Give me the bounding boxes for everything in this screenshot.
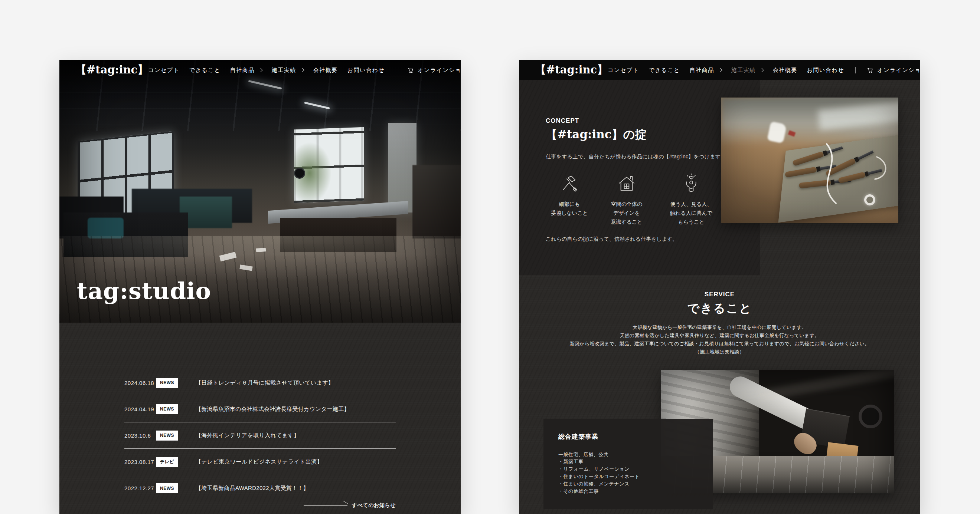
chevron-right-icon	[759, 68, 764, 72]
business-item: ・住まいのトータルコーディネート	[558, 473, 713, 480]
online-shop-link[interactable]: オンラインショップ	[867, 67, 920, 74]
nav-label: お問い合わせ	[347, 67, 385, 74]
arrow-right-icon	[304, 506, 347, 506]
news-row[interactable]: 2024.06.18 NEWS 【日経トレンディ６月号に掲載させて頂いています】	[124, 370, 396, 396]
nav-label: コンセプト	[148, 67, 179, 74]
site-logo[interactable]: 【#tag:inc】	[535, 63, 608, 78]
desktop-background: tag:studio 【#tag:inc】 コンセプト できること 自社商品 施…	[0, 0, 980, 514]
nav-products[interactable]: 自社商品	[230, 67, 262, 74]
nav-products[interactable]: 自社商品	[690, 67, 722, 74]
online-shop-label: オンラインショップ	[877, 67, 920, 74]
nav-label: できること	[649, 67, 680, 74]
concept-title: 【#tag:inc】の掟	[546, 127, 646, 143]
news-title: 【日経トレンディ６月号に掲載させて頂いています】	[196, 379, 334, 386]
news-row[interactable]: 2023.08.17 テレビ 【テレビ東京ワールドビジネスサテライト出演】	[124, 449, 396, 475]
nav-divider	[396, 67, 396, 73]
concept-title-tag: 【#tag:inc】	[546, 128, 623, 141]
nav-company[interactable]: 会社概要	[313, 67, 338, 74]
all-news-link[interactable]: すべてのお知らせ	[304, 502, 396, 509]
service-line: 新築から増改築まで、製品、建築工事についてのご相談・お見積りは無料にて承っており…	[534, 340, 905, 348]
delight-icon	[681, 173, 702, 194]
nav-label: できること	[189, 67, 221, 74]
nav-label: 自社商品	[230, 67, 255, 74]
nav-company[interactable]: 会社概要	[773, 67, 797, 74]
news-title: 【海外風インテリアを取り入れてます】	[196, 432, 299, 439]
nav-label: 会社概要	[773, 67, 797, 74]
news-category-badge: NEWS	[156, 404, 178, 414]
business-title: 総合建築事業	[558, 432, 713, 441]
news-section: 2024.06.18 NEWS 【日経トレンディ６月号に掲載させて頂いています】…	[124, 370, 396, 501]
site-logo[interactable]: 【#tag:inc】	[76, 63, 148, 78]
nav-concept[interactable]: コンセプト	[608, 67, 639, 74]
news-title: 【埼玉県新商品AWARD2022大賞受賞！！】	[196, 485, 309, 492]
news-category-badge: NEWS	[156, 431, 178, 441]
news-row[interactable]: 2023.10.6 NEWS 【海外風インテリアを取り入れてます】	[124, 422, 396, 449]
concept-closing: これらの自らの掟に沿って、信頼される仕事をします。	[546, 236, 678, 243]
business-info-box: 総合建築事業 一般住宅、店舗、公共 ・新築工事 ・リフォーム、リノベーション ・…	[544, 419, 713, 509]
nav-contact[interactable]: お問い合わせ	[807, 67, 844, 74]
news-date: 2022.12.27	[124, 485, 156, 491]
online-shop-label: オンラインショップ	[418, 67, 461, 74]
chevron-right-icon	[718, 68, 722, 72]
online-shop-link[interactable]: オンラインショップ	[407, 67, 461, 74]
service-title: できること	[534, 300, 905, 317]
site-header: 【#tag:inc】 コンセプト できること 自社商品 施工実績 会社概要 お問…	[59, 60, 461, 80]
nav-works-current[interactable]: 施工実績	[731, 67, 763, 74]
nav-label: 施工実績	[731, 67, 756, 74]
nav-label: お問い合わせ	[807, 67, 844, 74]
cart-icon	[867, 67, 874, 74]
house-icon	[616, 173, 637, 194]
nav-label: 施工実績	[272, 67, 296, 74]
principle-detail: 細部にも 妥協しないこと	[546, 173, 593, 226]
service-line: 大規模な建物から一般住宅の建築事業を、自社工場を中心に展開しています。	[534, 324, 905, 332]
nav-divider	[855, 67, 856, 73]
news-title: 【テレビ東京ワールドビジネスサテライト出演】	[196, 458, 323, 465]
business-item: ・その他総合工事	[558, 488, 713, 495]
concept-page-mockup: 【#tag:inc】 コンセプト できること 自社商品 施工実績 会社概要 お問…	[519, 60, 920, 514]
news-category-badge: NEWS	[156, 483, 178, 493]
home-page-mockup: tag:studio 【#tag:inc】 コンセプト できること 自社商品 施…	[59, 60, 461, 514]
site-header: 【#tag:inc】 コンセプト できること 自社商品 施工実績 会社概要 お問…	[519, 60, 920, 80]
chevron-right-icon	[258, 68, 262, 72]
chevron-right-icon	[300, 68, 304, 72]
business-item: ・新築工事	[558, 458, 713, 465]
nav-label: 自社商品	[690, 67, 714, 74]
nav-contact[interactable]: お問い合わせ	[347, 67, 385, 74]
photo-vignette	[721, 98, 898, 223]
hero-title: tag:studio	[77, 278, 211, 305]
concept-principles: 細部にも 妥協しないこと	[546, 173, 722, 226]
nav-services[interactable]: できること	[189, 67, 221, 74]
main-nav: コンセプト できること 自社商品 施工実績 会社概要 お問い合わせ オンラインシ…	[148, 67, 461, 74]
news-date: 2024.04.19	[124, 406, 156, 412]
news-category-badge: NEWS	[156, 378, 178, 388]
concept-label: CONCEPT	[546, 117, 579, 125]
cart-icon	[407, 67, 414, 74]
principle-caption: 細部にも 妥協しないこと	[551, 200, 588, 217]
delight-icon-group: 使う人、見る人、 触れる人に喜んで もらうこと	[660, 173, 722, 226]
news-category-badge: テレビ	[156, 457, 178, 467]
principle-caption: 使う人、見る人、 触れる人に喜んで もらうこと	[670, 200, 712, 226]
tools-icon	[559, 173, 580, 194]
principle-caption: 空間の全体の デザインを 意識すること	[611, 200, 642, 226]
business-item: ・住まいの補修、メンテナンス	[558, 480, 713, 488]
news-date: 2023.10.6	[124, 432, 156, 439]
all-news-label: すべてのお知らせ	[352, 502, 396, 509]
news-title: 【新潟県魚沼市の会社株式会社諸長様受付カウンター施工】	[196, 406, 350, 413]
business-item: ・リフォーム、リノベーション	[558, 465, 713, 473]
news-row[interactable]: 2024.04.19 NEWS 【新潟県魚沼市の会社株式会社諸長様受付カウンター…	[124, 396, 396, 422]
business-intro: 一般住宅、店舗、公共	[558, 451, 713, 458]
workbench-photo	[721, 98, 898, 223]
nav-label: コンセプト	[608, 67, 639, 74]
news-date: 2024.06.18	[124, 380, 156, 386]
concept-lead: 仕事をする上で、自分たちが携わる作品には魂の【#tag:inc】をつけます。	[546, 154, 720, 160]
principle-design: 空間の全体の デザインを 意識すること	[602, 173, 651, 226]
nav-concept[interactable]: コンセプト	[148, 67, 179, 74]
nav-label: 会社概要	[313, 67, 338, 74]
news-row[interactable]: 2022.12.27 NEWS 【埼玉県新商品AWARD2022大賞受賞！！】	[124, 475, 396, 501]
nav-works[interactable]: 施工実績	[272, 67, 304, 74]
service-line: 天然の素材を活かした建具や家具作りなど、建築に関するお仕事全般を行なっています。	[534, 332, 905, 340]
hero-photo: tag:studio	[59, 60, 461, 323]
business-list: ・新築工事 ・リフォーム、リノベーション ・住まいのトータルコーディネート ・住…	[558, 458, 713, 495]
nav-services[interactable]: できること	[649, 67, 680, 74]
news-date: 2023.08.17	[124, 459, 156, 465]
